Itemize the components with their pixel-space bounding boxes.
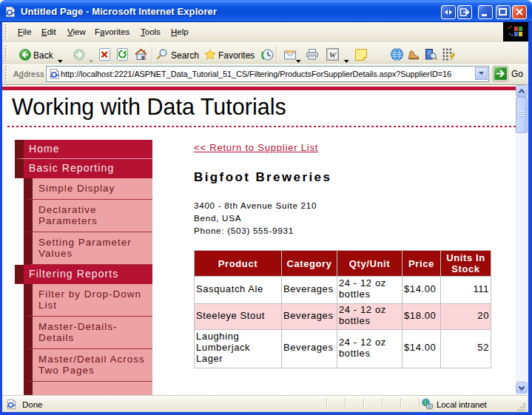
svg-text:W: W <box>329 50 337 59</box>
